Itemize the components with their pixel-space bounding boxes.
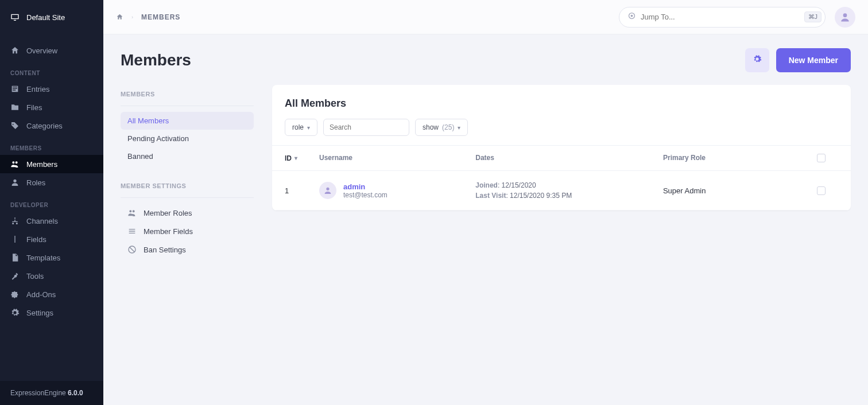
sidebar-item-categories[interactable]: Categories <box>0 116 103 135</box>
sidebar-label: Channels <box>26 217 58 225</box>
main: › MEMBERS ⌘J Members <box>103 0 868 405</box>
sidebar-label: Members <box>26 160 57 169</box>
breadcrumb: › MEMBERS <box>116 13 180 21</box>
chevron-down-icon: ▾ <box>307 124 310 131</box>
panel-heading-members: MEMBERS <box>121 85 254 106</box>
body-columns: MEMBERS All Members Pending Activation B… <box>121 85 851 259</box>
monitor-icon <box>10 13 20 22</box>
column-dates[interactable]: Dates <box>475 154 663 162</box>
sidebar-item-addons[interactable]: Add-Ons <box>0 285 103 303</box>
sidebar-item-files[interactable]: Files <box>0 98 103 116</box>
dropdown-label: role <box>292 123 304 131</box>
panel-item-banned[interactable]: Banned <box>121 147 254 165</box>
sidebar-item-entries[interactable]: Entries <box>0 80 103 98</box>
cell-select <box>804 186 838 195</box>
sidebar-item-roles[interactable]: Roles <box>0 173 103 192</box>
sidebar-item-settings[interactable]: Settings <box>0 303 103 322</box>
cursor-icon <box>10 235 20 244</box>
user-icon <box>10 178 20 187</box>
sidebar-label: Categories <box>26 122 63 130</box>
sidebar-item-members[interactable]: Members <box>0 155 103 173</box>
panel-item-member-roles[interactable]: Member Roles <box>121 204 254 222</box>
sidebar-item-tools[interactable]: Tools <box>0 267 103 285</box>
sitemap-icon <box>10 216 20 225</box>
sidebar-label: Settings <box>26 309 53 317</box>
sidebar-label: Templates <box>26 254 60 262</box>
sidebar-label: Add-Ons <box>26 290 56 299</box>
jump-to-search[interactable]: ⌘J <box>619 7 826 28</box>
cell-role: Super Admin <box>663 186 804 195</box>
sidebar-item-fields[interactable]: Fields <box>0 230 103 248</box>
sidebar-heading-content: CONTENT <box>0 60 103 80</box>
page-header: Members New Member <box>121 48 851 72</box>
newspaper-icon <box>10 84 20 94</box>
gear-icon <box>753 54 762 66</box>
show-count-dropdown[interactable]: show (25) ▾ <box>415 119 468 136</box>
sidebar: Default Site Overview CONTENT Entries <box>0 0 103 405</box>
home-icon[interactable] <box>116 13 123 21</box>
cell-id: 1 <box>285 186 319 195</box>
sidebar-label: Entries <box>26 85 49 94</box>
sidebar-item-channels[interactable]: Channels <box>0 212 103 230</box>
list-icon <box>127 227 137 236</box>
column-id[interactable]: ID ▾ <box>285 154 319 162</box>
last-visit-label: Last Visit <box>475 192 506 200</box>
jump-to-input[interactable] <box>641 13 800 21</box>
panel-item-ban-settings[interactable]: Ban Settings <box>121 240 254 259</box>
search-input[interactable] <box>330 119 403 135</box>
sidebar-heading-developer: DEVELOPER <box>0 192 103 212</box>
puzzle-icon <box>10 290 20 299</box>
panel-item-pending[interactable]: Pending Activation <box>121 130 254 147</box>
page-title: Members <box>121 51 191 69</box>
sidebar-label: Tools <box>26 272 44 281</box>
panel-item-all-members[interactable]: All Members <box>121 112 254 130</box>
members-card: All Members role ▾ show (25) <box>272 85 851 211</box>
joined-value: 12/15/2020 <box>502 181 536 189</box>
column-username[interactable]: Username <box>319 154 475 162</box>
users-icon <box>10 159 20 169</box>
site-name: Default Site <box>26 13 65 22</box>
sidebar-item-templates[interactable]: Templates <box>0 248 103 267</box>
sidebar-label: Overview <box>26 46 57 55</box>
username-link[interactable]: admin <box>343 182 388 191</box>
column-role[interactable]: Primary Role <box>663 154 804 162</box>
sidebar-label: Files <box>26 103 42 112</box>
select-all-checkbox[interactable] <box>817 154 826 162</box>
cell-user: admin test@test.com <box>319 182 475 199</box>
product-version: 6.0.0 <box>68 389 83 397</box>
panel-label: Member Fields <box>144 227 193 236</box>
table-header: ID ▾ Username Dates Primary Role <box>272 145 851 171</box>
button-label: New Member <box>789 56 838 65</box>
user-email: test@test.com <box>343 191 388 199</box>
file-icon <box>10 253 20 262</box>
sidebar-footer: ExpressionEngine 6.0.0 <box>0 381 103 405</box>
joined-label: Joined <box>475 181 498 189</box>
svg-line-3 <box>130 247 134 252</box>
site-selector[interactable]: Default Site <box>0 0 103 34</box>
chevron-right-icon: › <box>131 14 133 20</box>
avatar <box>319 182 336 199</box>
page-content: Members New Member MEMBERS All Members <box>103 34 868 405</box>
side-panel: MEMBERS All Members Pending Activation B… <box>121 85 254 259</box>
ban-icon <box>127 245 137 254</box>
row-checkbox[interactable] <box>817 186 826 195</box>
search-box[interactable] <box>323 119 409 136</box>
role-filter-dropdown[interactable]: role ▾ <box>285 119 317 136</box>
tools-icon <box>10 271 20 281</box>
panel-label: Member Roles <box>144 209 192 217</box>
sidebar-item-overview[interactable]: Overview <box>0 41 103 60</box>
user-avatar[interactable] <box>835 7 855 28</box>
sidebar-heading-members: MEMBERS <box>0 135 103 155</box>
new-member-button[interactable]: New Member <box>776 48 851 72</box>
dropdown-label: show <box>423 123 439 131</box>
table-row: 1 admin test@test.com <box>272 171 851 211</box>
panel-item-member-fields[interactable]: Member Fields <box>121 222 254 240</box>
panel-label: Ban Settings <box>144 246 186 254</box>
gear-icon <box>10 308 20 317</box>
chevron-down-icon: ▾ <box>458 124 460 131</box>
breadcrumb-current: MEMBERS <box>141 13 180 21</box>
sidebar-label: Roles <box>26 178 45 187</box>
settings-button[interactable] <box>745 48 769 72</box>
home-icon <box>10 46 20 55</box>
card-title: All Members <box>285 98 838 110</box>
